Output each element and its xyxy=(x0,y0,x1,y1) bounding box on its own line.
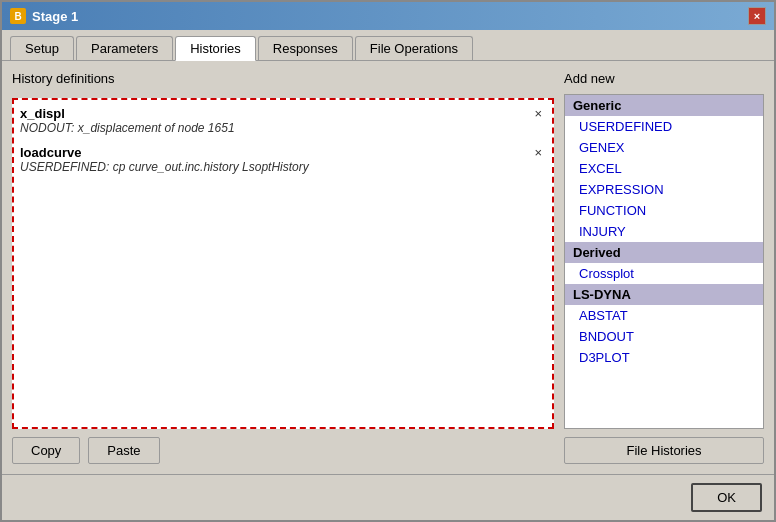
list-item-userdefined[interactable]: USERDEFINED xyxy=(565,116,763,137)
bottom-bar: OK xyxy=(2,474,774,520)
left-panel: History definitions x_displ NODOUT: x_di… xyxy=(12,71,554,464)
history-definitions-box[interactable]: x_displ NODOUT: x_displacement of node 1… xyxy=(12,98,554,429)
list-item-injury[interactable]: INJURY xyxy=(565,221,763,242)
list-item-excel[interactable]: EXCEL xyxy=(565,158,763,179)
bottom-buttons: Copy Paste xyxy=(12,437,554,464)
group-lsdyna: LS-DYNA xyxy=(565,284,763,305)
history-definitions-label: History definitions xyxy=(12,71,554,86)
app-icon: B xyxy=(10,8,26,24)
add-new-label: Add new xyxy=(564,71,764,86)
title-bar: B Stage 1 × xyxy=(2,2,774,30)
list-item-bndout[interactable]: BNDOUT xyxy=(565,326,763,347)
window-title: Stage 1 xyxy=(32,9,78,24)
history-item-desc-loadcurve: USERDEFINED: cp curve_out.inc.history Ls… xyxy=(20,160,546,174)
copy-button[interactable]: Copy xyxy=(12,437,80,464)
tab-setup[interactable]: Setup xyxy=(10,36,74,60)
add-new-list[interactable]: Generic USERDEFINED GENEX EXCEL EXPRESSI… xyxy=(564,94,764,429)
tab-parameters[interactable]: Parameters xyxy=(76,36,173,60)
tab-histories[interactable]: Histories xyxy=(175,36,256,61)
list-item-function[interactable]: FUNCTION xyxy=(565,200,763,221)
right-panel: Add new Generic USERDEFINED GENEX EXCEL … xyxy=(564,71,764,464)
history-item-loadcurve: loadcurve USERDEFINED: cp curve_out.inc.… xyxy=(20,145,546,174)
tab-responses[interactable]: Responses xyxy=(258,36,353,60)
history-item-close-loadcurve[interactable]: × xyxy=(534,145,542,160)
list-item-abstat[interactable]: ABSTAT xyxy=(565,305,763,326)
history-item-name-loadcurve: loadcurve xyxy=(20,145,546,160)
history-item-xdispl: x_displ NODOUT: x_displacement of node 1… xyxy=(20,106,546,135)
history-item-desc-xdispl: NODOUT: x_displacement of node 1651 xyxy=(20,121,546,135)
ok-button[interactable]: OK xyxy=(691,483,762,512)
list-item-expression[interactable]: EXPRESSION xyxy=(565,179,763,200)
title-bar-left: B Stage 1 xyxy=(10,8,78,24)
tab-file-operations[interactable]: File Operations xyxy=(355,36,473,60)
paste-button[interactable]: Paste xyxy=(88,437,159,464)
tab-bar: Setup Parameters Histories Responses Fil… xyxy=(2,30,774,61)
content-area: History definitions x_displ NODOUT: x_di… xyxy=(2,61,774,474)
history-item-close-xdispl[interactable]: × xyxy=(534,106,542,121)
list-item-crossplot[interactable]: Crossplot xyxy=(565,263,763,284)
group-generic: Generic xyxy=(565,95,763,116)
history-item-name-xdispl: x_displ xyxy=(20,106,546,121)
list-item-d3plot[interactable]: D3PLOT xyxy=(565,347,763,368)
main-window: B Stage 1 × Setup Parameters Histories R… xyxy=(0,0,776,522)
group-derived: Derived xyxy=(565,242,763,263)
file-histories-button[interactable]: File Histories xyxy=(564,437,764,464)
list-item-genex[interactable]: GENEX xyxy=(565,137,763,158)
close-button[interactable]: × xyxy=(748,7,766,25)
